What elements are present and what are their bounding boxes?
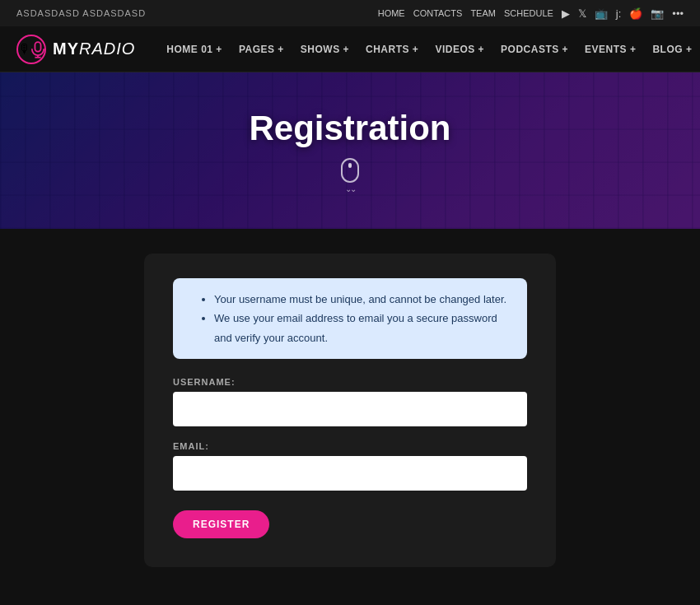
nav-podcasts[interactable]: PODCASTS + bbox=[494, 39, 575, 60]
info-box: Your username must be unique, and cannot… bbox=[173, 278, 527, 359]
apple-icon[interactable]: 🍎 bbox=[629, 7, 642, 20]
top-nav-contacts[interactable]: CONTACTS bbox=[413, 8, 463, 18]
logo-icon bbox=[16, 35, 46, 64]
scroll-dot bbox=[348, 163, 352, 168]
nav-charts[interactable]: CHARTS + bbox=[359, 39, 425, 60]
twitch-icon[interactable]: 📺 bbox=[595, 7, 608, 20]
registration-form-container: Your username must be unique, and cannot… bbox=[144, 254, 556, 567]
content-area: Your username must be unique, and cannot… bbox=[0, 229, 700, 592]
scroll-arrows: ⌄⌄ bbox=[345, 184, 355, 193]
hero-overlay bbox=[0, 72, 700, 229]
top-bar: ASDASDASD ASDASDASD HOME CONTACTS TEAM S… bbox=[0, 0, 700, 26]
nav-shows[interactable]: SHOWS + bbox=[294, 39, 356, 60]
top-nav-team[interactable]: TEAM bbox=[470, 8, 496, 18]
logo[interactable]: MYRADIO bbox=[16, 35, 135, 64]
top-nav-schedule[interactable]: SCHEDULE bbox=[504, 8, 553, 18]
nav-links: HOME 01 + PAGES + SHOWS + CHARTS + VIDEO… bbox=[160, 39, 700, 60]
nav-home01[interactable]: HOME 01 + bbox=[160, 39, 229, 60]
hero-section: Registration ⌄⌄ bbox=[0, 72, 700, 229]
svg-rect-0 bbox=[35, 42, 40, 52]
username-label: USERNAME: bbox=[173, 377, 527, 387]
username-input[interactable] bbox=[173, 392, 527, 426]
j-icon[interactable]: j: bbox=[616, 7, 622, 20]
scroll-indicator: ⌄⌄ bbox=[341, 158, 359, 193]
youtube-icon[interactable]: ▶ bbox=[562, 7, 570, 20]
top-bar-brand: ASDASDASD ASDASDASD bbox=[16, 8, 146, 18]
main-nav: MYRADIO HOME 01 + PAGES + SHOWS + CHARTS… bbox=[0, 26, 700, 72]
page-title: Registration bbox=[249, 109, 450, 148]
info-line-2: We use your email address to email you a… bbox=[214, 309, 512, 347]
nav-pages[interactable]: PAGES + bbox=[232, 39, 291, 60]
email-label: EMAIL: bbox=[173, 441, 527, 451]
nav-videos[interactable]: VIDEOS + bbox=[428, 39, 491, 60]
instagram-icon[interactable]: 📷 bbox=[651, 7, 664, 20]
more-icon[interactable]: ••• bbox=[672, 7, 684, 20]
register-button[interactable]: REGISTER bbox=[173, 510, 269, 538]
top-nav-home[interactable]: HOME bbox=[378, 8, 405, 18]
nav-blog[interactable]: BLOG + bbox=[646, 39, 698, 60]
nav-events[interactable]: EVENTS + bbox=[578, 39, 642, 60]
scroll-circle bbox=[341, 158, 359, 183]
twitter-icon[interactable]: 𝕏 bbox=[578, 7, 586, 20]
email-input[interactable] bbox=[173, 456, 527, 491]
info-line-1: Your username must be unique, and cannot… bbox=[214, 290, 512, 309]
logo-text: MYRADIO bbox=[53, 40, 135, 58]
top-bar-right: HOME CONTACTS TEAM SCHEDULE ▶ 𝕏 📺 j: 🍎 📷… bbox=[378, 7, 684, 20]
